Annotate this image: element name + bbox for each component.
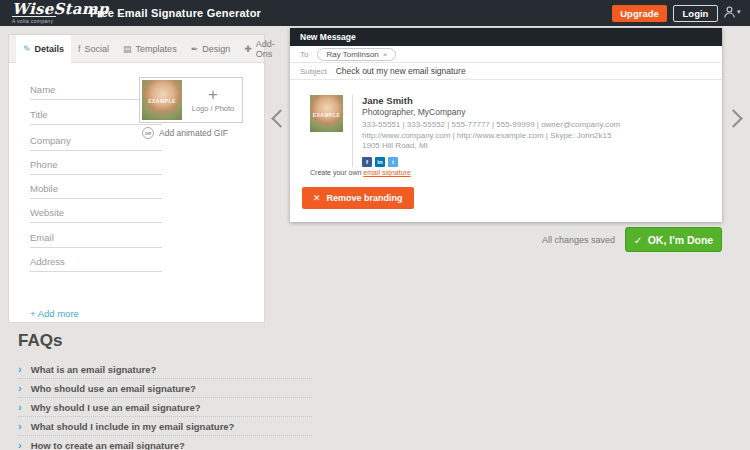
phone-field[interactable] bbox=[30, 157, 162, 175]
remove-branding-label: Remove branding bbox=[327, 193, 403, 203]
signature-contact-line: 333-55551 | 333-55552 | 555-77777 | 555-… bbox=[362, 120, 620, 131]
user-menu[interactable]: ▾ bbox=[724, 6, 741, 18]
branding-line: Create your own email signature bbox=[310, 169, 411, 176]
faq-section: FAQs › What is an email signature? › Who… bbox=[18, 331, 312, 450]
save-status: All changes saved bbox=[542, 235, 615, 245]
faq-title: FAQs bbox=[18, 331, 312, 351]
signature-preview: EXAMPLE Jane Smith Photographer, MyCompa… bbox=[310, 95, 620, 167]
recipient-name: Ray Tomlinson bbox=[326, 50, 378, 59]
tab-label: Templates bbox=[136, 44, 177, 54]
branding-prefix: Create your own bbox=[310, 169, 363, 176]
faq-question: What should I include in my email signat… bbox=[31, 421, 235, 432]
next-template-chevron-icon[interactable] bbox=[724, 109, 742, 127]
faq-list: › What is an email signature? › Who shou… bbox=[18, 360, 312, 450]
linkedin-icon[interactable]: in bbox=[375, 157, 385, 167]
signature-name: Jane Smith bbox=[362, 95, 620, 106]
faq-question: What is an email signature? bbox=[31, 364, 157, 375]
subject-row: Subject Check out my new email signature bbox=[290, 63, 722, 80]
pencil-icon: ✎ bbox=[23, 44, 31, 54]
subject-label: Subject bbox=[300, 67, 327, 76]
wisestamp-app: WiseStamp A volta company Free Email Sig… bbox=[0, 0, 750, 450]
watermark-label: EXAMPLE bbox=[142, 98, 182, 104]
twitter-icon[interactable]: t bbox=[388, 157, 398, 167]
faq-item[interactable]: › Why should I use an email signature? bbox=[18, 398, 312, 417]
signature-contact-line: 1905 Hill Road, MI bbox=[362, 141, 620, 152]
remove-recipient-icon[interactable]: × bbox=[383, 50, 388, 59]
remove-branding-button[interactable]: ✕ Remove branding bbox=[302, 187, 414, 209]
chevron-down-icon: ▾ bbox=[737, 8, 741, 16]
chevron-right-icon: › bbox=[18, 364, 22, 375]
to-label: To bbox=[300, 50, 308, 59]
tab-label: Design bbox=[202, 44, 230, 54]
tab-social[interactable]: f Social bbox=[71, 35, 116, 62]
chevron-right-icon: › bbox=[18, 402, 22, 413]
website-field[interactable] bbox=[30, 205, 162, 223]
chevron-right-icon: › bbox=[18, 383, 22, 394]
tab-design[interactable]: ✒ Design bbox=[184, 35, 238, 62]
tab-label: Add-Ons bbox=[256, 39, 275, 59]
logo-tagline: A volta company bbox=[12, 16, 56, 24]
upload-area: + Logo / Photo bbox=[184, 78, 242, 122]
done-label: OK, I'm Done bbox=[648, 234, 714, 246]
logo-photo-label: Logo / Photo bbox=[192, 104, 235, 113]
chevron-right-icon: › bbox=[18, 440, 22, 450]
faq-item[interactable]: › How to create an email signature? bbox=[18, 436, 312, 450]
signature-text: Jane Smith Photographer, MyCompany 333-5… bbox=[362, 95, 620, 167]
check-icon: ✓ bbox=[634, 234, 643, 246]
login-button[interactable]: Login bbox=[673, 5, 718, 22]
details-form: EXAMPLE + Logo / Photo GIF Add animated … bbox=[9, 63, 264, 322]
faq-question: Why should I use an email signature? bbox=[31, 402, 201, 413]
email-preview-card: New Message To Ray Tomlinson × Subject C… bbox=[290, 28, 722, 222]
design-icon: ✒ bbox=[191, 44, 199, 54]
signature-contact-line: http://www.company.com | http://www.exam… bbox=[362, 131, 620, 142]
tab-add-ons[interactable]: ✚ Add-Ons bbox=[237, 35, 282, 62]
mobile-field[interactable] bbox=[30, 181, 162, 199]
ok-im-done-button[interactable]: ✓ OK, I'm Done bbox=[625, 227, 722, 252]
example-photo-thumbnail: EXAMPLE bbox=[142, 80, 182, 120]
faq-item[interactable]: › What is an email signature? bbox=[18, 360, 312, 379]
signature-photo: EXAMPLE bbox=[310, 95, 343, 132]
upgrade-button[interactable]: Upgrade bbox=[612, 5, 667, 22]
plus-icon: + bbox=[208, 87, 218, 102]
chevron-right-icon: › bbox=[18, 421, 22, 432]
gif-label: Add animated GIF bbox=[159, 128, 228, 138]
logo-photo-upload[interactable]: EXAMPLE + Logo / Photo bbox=[139, 77, 243, 123]
tab-label: Details bbox=[35, 44, 65, 54]
templates-icon: ▤ bbox=[123, 44, 132, 54]
add-more-link[interactable]: + Add more bbox=[30, 308, 79, 319]
faq-item[interactable]: › What should I include in my email sign… bbox=[18, 417, 312, 436]
gif-icon: GIF bbox=[142, 127, 154, 139]
facebook-icon[interactable]: f bbox=[362, 157, 372, 167]
tab-label: Social bbox=[85, 44, 110, 54]
address-field[interactable] bbox=[30, 254, 162, 272]
email-signature-link[interactable]: email signature bbox=[363, 169, 410, 176]
facebook-icon: f bbox=[78, 44, 81, 54]
close-icon: ✕ bbox=[313, 193, 321, 203]
faq-question: How to create an email signature? bbox=[31, 440, 185, 450]
previous-template-chevron-icon[interactable] bbox=[271, 109, 289, 127]
user-icon bbox=[724, 6, 735, 18]
tab-templates[interactable]: ▤ Templates bbox=[116, 35, 184, 62]
tab-details[interactable]: ✎ Details bbox=[16, 35, 71, 63]
signature-editor-panel: ✎ Details f Social ▤ Templates ✒ Design … bbox=[8, 34, 265, 323]
watermark-label: EXAMPLE bbox=[310, 112, 343, 118]
editor-tabs: ✎ Details f Social ▤ Templates ✒ Design … bbox=[9, 35, 264, 63]
recipient-chip[interactable]: Ray Tomlinson × bbox=[317, 48, 396, 61]
to-row: To Ray Tomlinson × bbox=[290, 46, 722, 63]
subject-value: Check out my new email signature bbox=[336, 66, 466, 76]
page-title: Free Email Signature Generator bbox=[90, 7, 261, 19]
faq-question: Who should use an email signature? bbox=[31, 383, 196, 394]
add-animated-gif[interactable]: GIF Add animated GIF bbox=[142, 127, 228, 139]
top-bar: WiseStamp A volta company Free Email Sig… bbox=[0, 0, 750, 26]
signature-social-icons: f in t bbox=[362, 157, 620, 167]
addons-icon: ✚ bbox=[244, 44, 252, 54]
new-message-titlebar: New Message bbox=[290, 28, 722, 46]
signature-divider bbox=[352, 95, 353, 167]
faq-item[interactable]: › Who should use an email signature? bbox=[18, 379, 312, 398]
email-field[interactable] bbox=[30, 230, 162, 248]
signature-role: Photographer, MyCompany bbox=[362, 107, 620, 117]
